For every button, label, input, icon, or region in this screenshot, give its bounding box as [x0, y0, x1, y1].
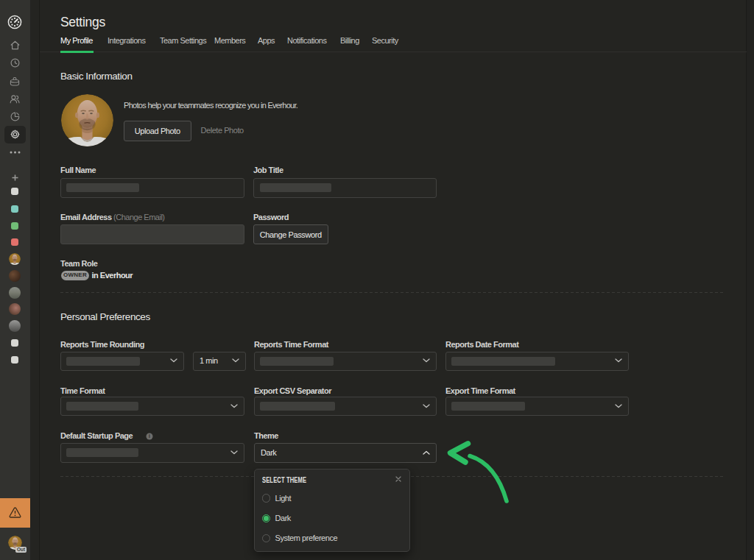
svg-text:i: i [149, 433, 150, 439]
